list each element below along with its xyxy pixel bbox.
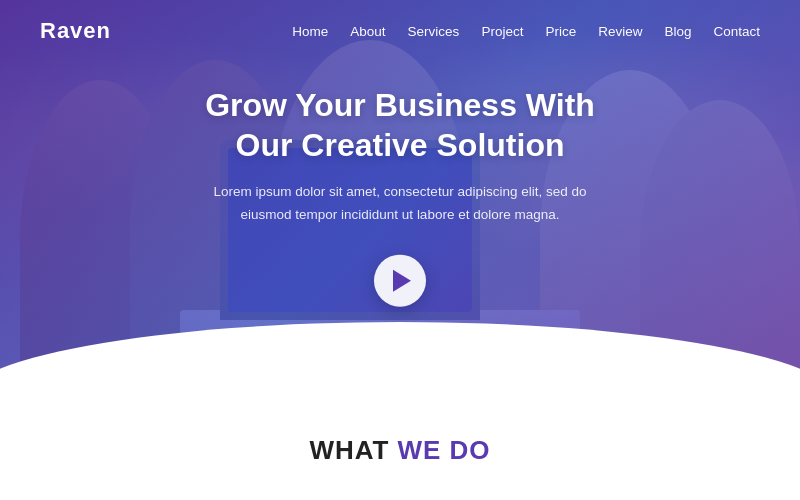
play-icon	[393, 270, 411, 292]
hero-subtitle: Lorem ipsum dolor sit amet, consectetur …	[200, 181, 600, 227]
what-we-do-title: WHATWE DO	[309, 435, 490, 466]
play-button[interactable]	[374, 255, 426, 307]
nav-project[interactable]: Project	[481, 24, 523, 39]
nav-review[interactable]: Review	[598, 24, 642, 39]
nav-price[interactable]: Price	[545, 24, 576, 39]
hero-content: Grow Your Business With Our Creative Sol…	[140, 85, 660, 307]
header: Raven Home About Services Project Price …	[0, 0, 800, 62]
what-we-do-section: WHATWE DO	[0, 400, 800, 500]
nav-services[interactable]: Services	[408, 24, 460, 39]
nav-blog[interactable]: Blog	[664, 24, 691, 39]
nav-about[interactable]: About	[350, 24, 385, 39]
what-prefix: WHAT	[309, 435, 389, 465]
logo: Raven	[40, 18, 111, 44]
what-accent: WE DO	[397, 435, 490, 465]
nav-home[interactable]: Home	[292, 24, 328, 39]
nav-contact[interactable]: Contact	[713, 24, 760, 39]
hero-title: Grow Your Business With Our Creative Sol…	[140, 85, 660, 165]
navigation: Home About Services Project Price Review…	[292, 24, 760, 39]
